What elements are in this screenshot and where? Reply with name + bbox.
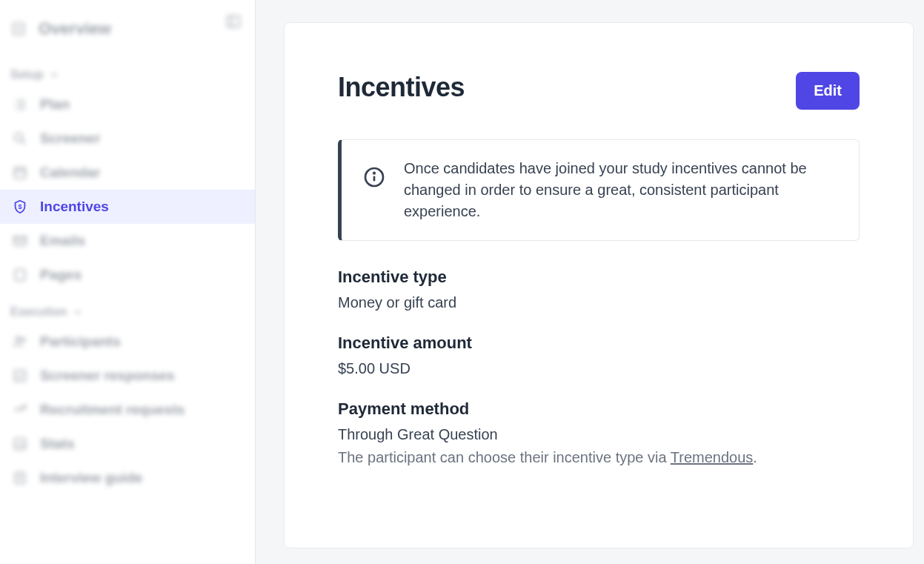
mail-icon <box>12 233 28 249</box>
sidebar: Overview Setup Plan Screener <box>0 0 256 564</box>
info-icon <box>362 165 386 189</box>
svg-point-10 <box>15 133 23 142</box>
calendar-icon <box>12 165 28 181</box>
search-icon <box>12 130 28 147</box>
field-incentive-amount: Incentive amount $5.00 USD <box>338 334 860 377</box>
sidebar-item-label: Incentives <box>40 199 109 215</box>
sidebar-heading-setup[interactable]: Setup <box>0 55 255 87</box>
info-callout: Once candidates have joined your study i… <box>338 139 860 241</box>
sidebar-item-label: Stats <box>40 436 74 452</box>
sidebar-item-label: Screener responses <box>40 368 175 384</box>
recruitment-icon <box>12 402 28 418</box>
page-icon <box>12 267 28 283</box>
sidebar-item-stats[interactable]: Stats <box>0 427 255 461</box>
sidebar-item-screener[interactable]: Screener <box>0 122 255 156</box>
field-label: Payment method <box>338 399 860 419</box>
incentives-card: Incentives Edit Once candidates have joi… <box>284 22 914 548</box>
sidebar-item-label: Recruitment requests <box>40 402 185 418</box>
list-icon <box>12 96 28 113</box>
hint-prefix: The participant can choose their incenti… <box>338 449 671 465</box>
info-text: Once candidates have joined your study i… <box>404 158 838 222</box>
svg-point-3 <box>18 28 20 30</box>
svg-point-31 <box>373 173 375 174</box>
sidebar-item-pages[interactable]: Pages <box>0 258 255 292</box>
field-label: Incentive amount <box>338 334 860 353</box>
sidebar-item-calendar[interactable]: Calendar <box>0 156 255 190</box>
svg-rect-21 <box>15 371 26 382</box>
chevron-down-icon <box>73 307 83 317</box>
main-content: Incentives Edit Once candidates have joi… <box>256 0 924 564</box>
sidebar-item-incentives[interactable]: $ Incentives <box>0 190 255 224</box>
payment-method-hint: The participant can choose their incenti… <box>338 449 860 466</box>
card-header: Incentives Edit <box>338 72 860 110</box>
incentive-shield-icon: $ <box>12 199 28 215</box>
svg-rect-12 <box>15 168 26 179</box>
field-value: Money or gift card <box>338 294 860 311</box>
sidebar-item-emails[interactable]: Emails <box>0 224 255 258</box>
field-value: $5.00 USD <box>338 360 860 377</box>
sidebar-item-label: Screener <box>40 130 100 147</box>
sidebar-item-plan[interactable]: Plan <box>0 87 255 122</box>
field-payment-method: Payment method Through Great Question Th… <box>338 399 860 466</box>
svg-text:$: $ <box>18 203 21 210</box>
page-title: Incentives <box>338 72 465 103</box>
sidebar-item-label: Overview <box>39 19 111 39</box>
sidebar-heading-execution[interactable]: Execution <box>0 292 255 325</box>
tremendous-link[interactable]: Tremendous <box>671 449 754 465</box>
edit-button[interactable]: Edit <box>796 72 860 110</box>
field-incentive-type: Incentive type Money or gift card <box>338 268 860 311</box>
sidebar-item-recruitment-requests[interactable]: Recruitment requests <box>0 393 255 427</box>
sidebar-heading-label: Setup <box>10 68 43 82</box>
sidebar-item-label: Calendar <box>40 165 100 181</box>
sidebar-item-label: Pages <box>40 267 82 283</box>
sidebar-item-label: Emails <box>40 233 85 249</box>
field-value: Through Great Question <box>338 426 860 443</box>
svg-rect-18 <box>16 270 25 281</box>
overview-icon <box>10 21 27 37</box>
sidebar-item-participants[interactable]: Participants <box>0 325 255 359</box>
svg-line-11 <box>21 140 25 144</box>
sidebar-heading-label: Execution <box>10 305 67 319</box>
sidebar-item-label: Plan <box>40 96 70 113</box>
sidebar-item-label: Interview guide <box>40 470 142 486</box>
chevron-down-icon <box>49 70 59 80</box>
svg-point-20 <box>22 338 25 341</box>
sidebar-item-interview-guide[interactable]: Interview guide <box>0 461 255 495</box>
sidebar-item-screener-responses[interactable]: Screener responses <box>0 359 255 393</box>
sidebar-item-overview[interactable]: Overview <box>0 7 255 55</box>
guide-icon <box>12 470 28 486</box>
sidebar-item-label: Participants <box>40 334 121 350</box>
responses-icon <box>12 368 28 384</box>
svg-point-19 <box>16 337 21 342</box>
stats-icon <box>12 436 28 452</box>
users-icon <box>12 334 28 350</box>
hint-suffix: . <box>753 449 757 465</box>
field-label: Incentive type <box>338 268 860 287</box>
